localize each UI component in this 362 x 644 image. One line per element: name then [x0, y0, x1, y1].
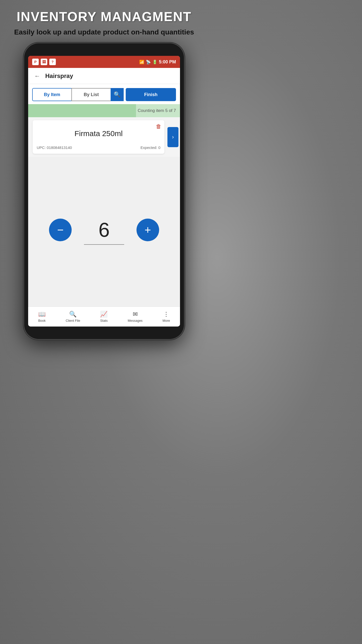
signal-icon: 📡 — [146, 60, 151, 64]
phone-frame: P 🖼 ? 📶 📡 🔋 5:00 PM ← Hairspray — [24, 43, 185, 340]
search-icon: 🔍 — [114, 91, 120, 98]
app-content: By Item By List 🔍 Finish Counting item 5… — [28, 84, 180, 327]
counter-row: − 6 + — [28, 219, 180, 241]
item-name: Firmata 250ml — [37, 129, 160, 138]
top-text-area: INVENTORY MANAGMENT Easily look up and u… — [0, 0, 208, 43]
nav-label-more: More — [163, 319, 170, 323]
status-bar-icons: P 🖼 ? — [32, 59, 56, 65]
button-row: By Item By List 🔍 Finish — [28, 84, 180, 104]
subtitle: Easily look up and update product on-han… — [10, 28, 198, 37]
status-icon-2: 🖼 — [41, 59, 47, 65]
count-value: 6 — [99, 220, 110, 240]
nav-item-client-file[interactable]: 🔍 Client File — [63, 309, 83, 325]
book-icon: 📖 — [38, 311, 46, 318]
header-title: Hairspray — [45, 72, 73, 79]
app-header: ← Hairspray — [28, 68, 180, 84]
by-item-button[interactable]: By Item — [32, 88, 71, 101]
item-expected: Expected: 0 — [141, 145, 160, 150]
item-card: 🗑 Firmata 250ml UPC: 018084813140 Expect… — [33, 120, 164, 154]
item-upc: UPC: 018084813140 — [37, 145, 72, 150]
nav-item-book[interactable]: 📖 Book — [35, 309, 49, 325]
count-underline — [84, 244, 124, 245]
status-bar: P 🖼 ? 📶 📡 🔋 5:00 PM — [28, 56, 180, 68]
by-list-button[interactable]: By List — [71, 88, 111, 101]
plus-icon: + — [145, 224, 151, 236]
stats-icon: 📈 — [100, 311, 108, 318]
plus-button[interactable]: + — [137, 219, 159, 241]
nav-item-messages[interactable]: ✉ Messages — [125, 309, 146, 325]
nav-label-stats: Stats — [100, 319, 108, 323]
more-icon: ⋮ — [163, 311, 169, 318]
card-row: 🗑 Firmata 250ml UPC: 018084813140 Expect… — [28, 117, 180, 157]
counter-section: − 6 + — [28, 157, 180, 306]
nav-label-book: Book — [38, 319, 46, 323]
status-right: 📶 📡 🔋 5:00 PM — [139, 59, 176, 65]
nav-label-client-file: Client File — [66, 319, 80, 323]
nav-label-messages: Messages — [128, 319, 143, 323]
search-button[interactable]: 🔍 — [111, 88, 124, 101]
client-file-icon: 🔍 — [69, 311, 77, 318]
wifi-icon: 📶 — [139, 60, 144, 64]
status-icon-1: P — [32, 59, 39, 65]
battery-icon: 🔋 — [152, 60, 157, 64]
minus-icon: − — [57, 224, 64, 236]
back-button[interactable]: ← — [32, 70, 42, 82]
chevron-right-icon: › — [172, 134, 174, 140]
minus-button[interactable]: − — [49, 219, 72, 241]
bottom-nav: 📖 Book 🔍 Client File 📈 Stats ✉ Messages — [28, 306, 180, 327]
progress-fill — [28, 104, 136, 117]
next-button[interactable]: › — [167, 127, 178, 147]
messages-icon: ✉ — [133, 311, 138, 318]
nav-item-more[interactable]: ⋮ More — [160, 309, 173, 325]
finish-button[interactable]: Finish — [126, 88, 176, 101]
progress-text: Counting item 5 of 7 — [138, 108, 176, 113]
phone-screen: P 🖼 ? 📶 📡 🔋 5:00 PM ← Hairspray — [28, 56, 180, 327]
main-title: INVENTORY MANAGMENT — [10, 9, 198, 24]
item-meta: UPC: 018084813140 Expected: 0 — [37, 145, 160, 150]
status-time: 5:00 PM — [159, 59, 176, 65]
delete-button[interactable]: 🗑 — [156, 123, 161, 130]
status-icon-3: ? — [49, 59, 56, 65]
nav-item-stats[interactable]: 📈 Stats — [97, 309, 111, 325]
page-wrapper: INVENTORY MANAGMENT Easily look up and u… — [0, 0, 208, 370]
progress-bar: Counting item 5 of 7 — [28, 104, 180, 117]
